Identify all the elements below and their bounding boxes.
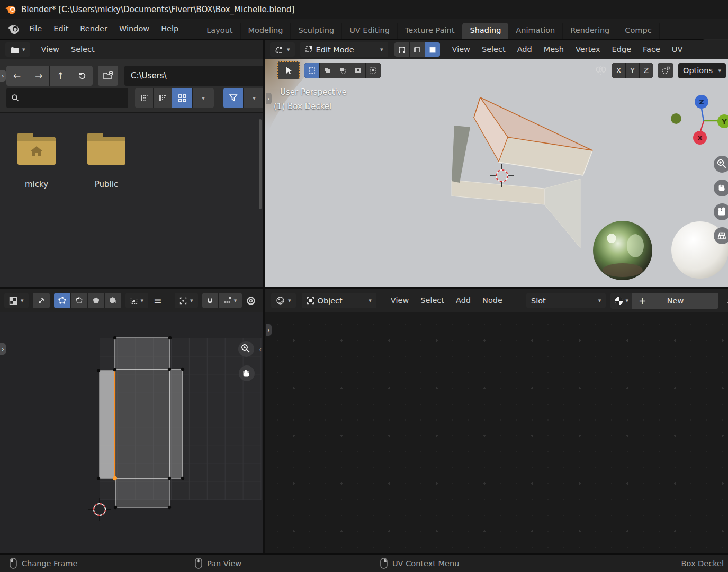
tab-layout[interactable]: Layout — [199, 23, 240, 39]
create-directory-button[interactable] — [98, 66, 118, 86]
pivot-point-dropdown[interactable]: ▾ — [175, 293, 198, 308]
fb-menu-select[interactable]: Select — [65, 40, 101, 59]
uv-sidebar-toggle[interactable]: › — [0, 343, 6, 355]
collapsed-menus-button[interactable]: ≡ — [152, 296, 163, 306]
editor-type-button[interactable]: ▾ — [5, 42, 30, 57]
active-tool-select-box[interactable] — [277, 61, 300, 79]
gizmo-axis-z[interactable]: Z — [695, 95, 708, 109]
edge-select-button[interactable] — [410, 42, 425, 57]
proportional-edit-button[interactable] — [658, 63, 673, 78]
uv-face-bottom-flap[interactable] — [115, 478, 169, 507]
menu-render[interactable]: Render — [74, 19, 113, 39]
menu-help[interactable]: Help — [155, 19, 184, 39]
editor-type-button[interactable]: ▾ — [270, 42, 295, 57]
editor-type-button[interactable]: ▾ — [4, 293, 29, 308]
gizmo-axis-y-neg[interactable] — [671, 113, 681, 124]
horizontal-splitter[interactable] — [0, 287, 728, 289]
path-field[interactable]: C:\Users\ — [124, 66, 266, 86]
editor-type-button[interactable]: ▾ — [271, 293, 296, 308]
blender-menu-logo-icon[interactable] — [6, 23, 20, 35]
uv-vertex-select-button[interactable] — [54, 293, 70, 308]
search-input[interactable] — [6, 88, 128, 108]
navigation-gizmo[interactable]: Z X Y — [671, 95, 728, 145]
back-button[interactable]: ← — [6, 66, 28, 86]
select-intersect-button[interactable] — [366, 63, 381, 78]
filter-settings-dropdown[interactable]: ▾ — [244, 88, 265, 108]
gizmo-axis-x[interactable]: X — [693, 131, 707, 145]
camera-view-button[interactable] — [714, 203, 728, 220]
pan-button[interactable] — [239, 365, 255, 381]
uv-edge-select-button[interactable] — [71, 293, 87, 308]
uv-sticky-select-dropdown[interactable]: ▾ — [125, 293, 149, 308]
sh-menu-view[interactable]: View — [385, 291, 415, 310]
vp-menu-mesh[interactable]: Mesh — [538, 40, 570, 59]
snap-target-dropdown[interactable]: ▾ — [219, 293, 242, 308]
tab-modeling[interactable]: Modeling — [241, 23, 291, 39]
face-select-button[interactable] — [425, 42, 440, 57]
uv-sync-selection-button[interactable] — [33, 293, 50, 308]
shader-type-dropdown[interactable]: Object ▾ — [302, 293, 376, 308]
uv-face-center[interactable] — [115, 370, 169, 478]
new-material-button[interactable]: + New — [632, 293, 718, 309]
vp-menu-add[interactable]: Add — [511, 40, 538, 59]
refresh-button[interactable] — [71, 66, 93, 86]
uv-proportional-edit-icon[interactable] — [246, 296, 256, 306]
vp-menu-edge[interactable]: Edge — [606, 40, 637, 59]
tab-texture-paint[interactable]: Texture Paint — [398, 23, 463, 39]
menu-window[interactable]: Window — [113, 19, 155, 39]
display-horizontal-list-button[interactable] — [154, 88, 172, 108]
uv-canvas[interactable]: ‹ — [0, 312, 263, 553]
display-thumbnails-button[interactable] — [172, 88, 192, 108]
vp-sidebar-toggle[interactable]: › — [266, 93, 272, 104]
vp-menu-face[interactable]: Face — [637, 40, 666, 59]
filter-toggle-button[interactable] — [223, 88, 243, 108]
uv-face-left-strip[interactable] — [100, 371, 115, 478]
vp-menu-vertex[interactable]: Vertex — [570, 40, 606, 59]
mode-dropdown[interactable]: Edit Mode ▾ — [300, 42, 388, 57]
options-dropdown[interactable]: Options ▾ — [678, 63, 726, 78]
sh-menu-node[interactable]: Node — [477, 291, 508, 310]
vp-menu-select[interactable]: Select — [476, 40, 511, 59]
select-invert-button[interactable] — [350, 63, 365, 78]
vertical-splitter[interactable] — [263, 40, 265, 553]
browse-material-button[interactable]: ▾ — [610, 293, 632, 309]
vp-menu-view[interactable]: View — [446, 40, 476, 59]
box-lid-mesh[interactable] — [474, 97, 592, 175]
mirror-y-button[interactable]: Y — [626, 63, 639, 78]
menu-edit[interactable]: Edit — [48, 19, 74, 39]
snap-toggle-button[interactable] — [202, 293, 218, 308]
select-set-button[interactable] — [304, 63, 319, 78]
pin-icon[interactable] — [726, 296, 728, 306]
mirror-z-button[interactable]: Z — [640, 63, 653, 78]
tab-compositing[interactable]: Compc — [617, 23, 659, 39]
vp-menu-uv[interactable]: UV — [666, 40, 689, 59]
forward-button[interactable]: → — [28, 66, 49, 86]
select-subtract-button[interactable] — [335, 63, 350, 78]
gizmo-axis-y[interactable]: Y — [717, 114, 728, 128]
uv-island-select-button[interactable] — [105, 293, 121, 308]
fb-sidebar-toggle[interactable]: › — [0, 70, 6, 82]
tab-animation[interactable]: Animation — [508, 23, 563, 39]
parent-directory-button[interactable]: ↑ — [50, 66, 71, 86]
zoom-button[interactable] — [714, 156, 728, 173]
select-extend-button[interactable] — [320, 63, 335, 78]
uv-face-top-flap[interactable] — [115, 338, 170, 370]
scrollbar[interactable] — [259, 119, 262, 209]
slot-dropdown[interactable]: Slot ▾ — [526, 293, 606, 308]
mirror-x-button[interactable]: X — [612, 63, 625, 78]
menu-file[interactable]: File — [23, 19, 48, 39]
tab-shading[interactable]: Shading — [462, 23, 508, 39]
uv-face-right-strip[interactable] — [169, 369, 183, 478]
sh-menu-select[interactable]: Select — [415, 291, 450, 310]
zoom-button[interactable] — [238, 341, 254, 357]
uv-face-select-button[interactable] — [88, 293, 104, 308]
display-settings-dropdown[interactable]: ▾ — [193, 88, 214, 108]
tab-rendering[interactable]: Rendering — [563, 23, 617, 39]
tab-uv-editing[interactable]: UV Editing — [342, 23, 398, 39]
uv-selected-vertex[interactable] — [113, 476, 117, 480]
uv-controls-collapse[interactable]: ‹ — [259, 345, 262, 353]
folder-item-public[interactable]: Public — [87, 133, 125, 165]
tab-sculpting[interactable]: Sculpting — [291, 23, 342, 39]
sh-sidebar-toggle[interactable]: › — [266, 324, 272, 336]
display-vertical-list-button[interactable] — [135, 88, 153, 108]
